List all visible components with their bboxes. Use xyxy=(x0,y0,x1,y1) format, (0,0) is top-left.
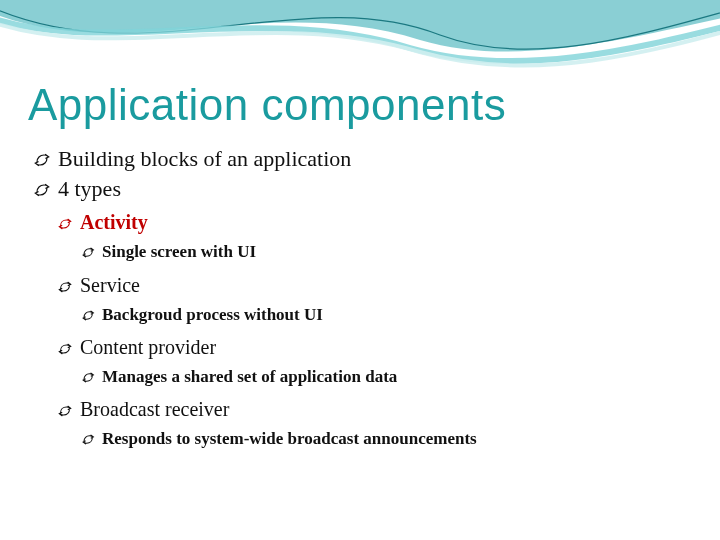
bullet-text: Backgroud process without UI xyxy=(102,305,323,324)
slide-title: Application components xyxy=(28,80,692,130)
bullet-text: Single screen with UI xyxy=(102,242,256,261)
bullet-level1: 4 types xyxy=(34,174,692,204)
bullet-level2-activity: Activity xyxy=(58,207,692,237)
bullet-level2-broadcast-receiver: Broadcast receiver xyxy=(58,394,692,424)
bullet-level3: Backgroud process without UI xyxy=(82,302,692,328)
bullet-text: Content provider xyxy=(80,336,216,358)
bullet-text: Activity xyxy=(80,211,148,233)
bullet-text: Building blocks of an application xyxy=(58,146,351,171)
bullet-level2-service: Service xyxy=(58,270,692,300)
bullet-level3: Responds to system-wide broadcast announ… xyxy=(82,426,692,452)
slide-content: Application components Building blocks o… xyxy=(28,80,692,453)
bullet-level1: Building blocks of an application xyxy=(34,144,692,174)
bullet-level2-content-provider: Content provider xyxy=(58,332,692,362)
bullet-text: Manages a shared set of application data xyxy=(102,367,397,386)
decorative-wave xyxy=(0,0,720,90)
bullet-level3: Single screen with UI xyxy=(82,239,692,265)
bullet-text: 4 types xyxy=(58,176,121,201)
bullet-level3: Manages a shared set of application data xyxy=(82,364,692,390)
bullet-text: Service xyxy=(80,274,140,296)
bullet-text: Responds to system-wide broadcast announ… xyxy=(102,429,477,448)
bullet-text: Broadcast receiver xyxy=(80,398,229,420)
